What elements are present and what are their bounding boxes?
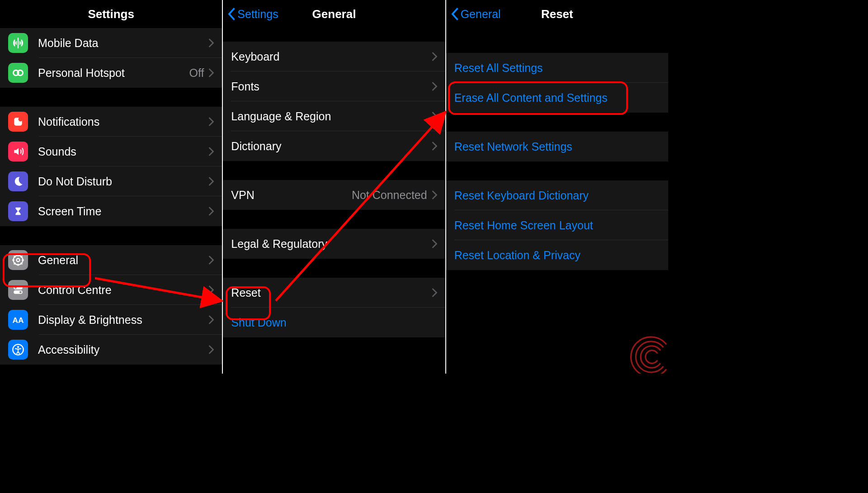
row-reset-keyboard[interactable]: Reset Keyboard Dictionary: [446, 180, 668, 210]
svg-point-3: [19, 117, 23, 122]
chevron-right-icon: [208, 177, 214, 186]
chevron-right-icon: [432, 190, 437, 199]
reset-label: Reset: [231, 286, 431, 299]
reset-title: Reset: [541, 7, 573, 21]
hotspot-label: Personal Hotspot: [38, 66, 189, 80]
reset-location-label: Reset Location & Privacy: [454, 249, 660, 262]
chevron-right-icon: [208, 68, 214, 77]
svg-point-15: [14, 287, 17, 289]
row-reset-location[interactable]: Reset Location & Privacy: [446, 240, 668, 270]
svg-point-17: [19, 291, 22, 293]
vpn-label: VPN: [231, 189, 352, 202]
chevron-right-icon: [208, 315, 214, 324]
reset-all-label: Reset All Settings: [454, 62, 660, 75]
mobile-data-label: Mobile Data: [38, 37, 208, 50]
chevron-right-icon: [432, 142, 437, 151]
moon-icon: [8, 171, 28, 191]
sounds-label: Sounds: [38, 145, 208, 158]
dictionary-label: Dictionary: [231, 140, 431, 153]
svg-point-20: [17, 346, 19, 348]
hotspot-status: Off: [189, 66, 204, 80]
row-mobile-data[interactable]: Mobile Data: [0, 28, 222, 58]
cellular-icon: [8, 33, 28, 53]
row-control-centre[interactable]: Control Centre: [0, 275, 222, 305]
erase-all-label: Erase All Content and Settings: [454, 91, 660, 104]
svg-point-5: [17, 259, 20, 262]
chevron-right-icon: [208, 147, 214, 156]
shutdown-label: Shut Down: [231, 316, 437, 329]
chevron-right-icon: [208, 207, 214, 216]
row-vpn[interactable]: VPN Not Connected: [223, 180, 445, 210]
legal-label: Legal & Regulatory: [231, 237, 431, 251]
language-label: Language & Region: [231, 110, 431, 123]
row-fonts[interactable]: Fonts: [223, 71, 445, 101]
notifications-icon: [8, 112, 28, 132]
display-icon: AA: [8, 310, 28, 330]
keyboard-label: Keyboard: [231, 50, 431, 63]
gear-icon: [8, 250, 28, 270]
back-to-settings[interactable]: Settings: [227, 8, 278, 21]
panel-reset: General Reset Reset All Settings Erase A…: [445, 0, 668, 374]
row-dictionary[interactable]: Dictionary: [223, 131, 445, 161]
row-legal[interactable]: Legal & Regulatory: [223, 229, 445, 259]
svg-text:AA: AA: [12, 316, 24, 325]
row-display[interactable]: AA Display & Brightness: [0, 305, 222, 335]
row-reset[interactable]: Reset: [223, 278, 445, 308]
sounds-icon: [8, 142, 28, 161]
row-reset-home[interactable]: Reset Home Screen Layout: [446, 210, 668, 240]
general-label: General: [38, 254, 208, 267]
row-language[interactable]: Language & Region: [223, 101, 445, 131]
row-dnd[interactable]: Do Not Disturb: [0, 166, 222, 196]
fonts-label: Fonts: [231, 80, 431, 93]
reset-network-label: Reset Network Settings: [454, 140, 660, 153]
reset-keyboard-label: Reset Keyboard Dictionary: [454, 189, 660, 202]
row-general[interactable]: General: [0, 245, 222, 275]
chevron-right-icon: [208, 285, 214, 294]
reset-header: General Reset: [446, 0, 668, 28]
panel-general: Settings General Keyboard Fonts Language…: [222, 0, 445, 374]
chevron-right-icon: [208, 38, 214, 47]
watermark-logo: [627, 332, 668, 374]
chevron-right-icon: [208, 256, 214, 265]
settings-header: Settings: [0, 0, 222, 28]
control-centre-label: Control Centre: [38, 284, 208, 297]
accessibility-icon: [8, 340, 28, 360]
row-screen-time[interactable]: Screen Time: [0, 196, 222, 226]
row-erase-all[interactable]: Erase All Content and Settings: [446, 83, 668, 113]
row-notifications[interactable]: Notifications: [0, 107, 222, 137]
row-reset-network[interactable]: Reset Network Settings: [446, 132, 668, 161]
back-to-general[interactable]: General: [451, 8, 501, 21]
settings-title: Settings: [88, 7, 134, 21]
control-centre-icon: [8, 280, 28, 300]
row-shutdown[interactable]: Shut Down: [223, 308, 445, 337]
row-accessibility[interactable]: Accessibility: [0, 335, 222, 365]
row-keyboard[interactable]: Keyboard: [223, 42, 445, 71]
display-label: Display & Brightness: [38, 313, 208, 327]
hourglass-icon: [8, 201, 28, 221]
back-settings-label: Settings: [237, 8, 278, 21]
row-reset-all[interactable]: Reset All Settings: [446, 53, 668, 83]
chevron-right-icon: [432, 288, 437, 297]
screentime-label: Screen Time: [38, 205, 208, 218]
general-title: General: [312, 7, 356, 21]
general-header: Settings General: [223, 0, 445, 28]
chevron-right-icon: [208, 117, 214, 126]
chevron-right-icon: [432, 112, 437, 121]
row-sounds[interactable]: Sounds: [0, 137, 222, 166]
dnd-label: Do Not Disturb: [38, 175, 208, 188]
notifications-label: Notifications: [38, 115, 208, 128]
chevron-right-icon: [432, 82, 437, 91]
chevron-right-icon: [432, 239, 437, 248]
chevron-right-icon: [208, 345, 214, 354]
reset-home-label: Reset Home Screen Layout: [454, 219, 660, 232]
vpn-status: Not Connected: [352, 189, 427, 202]
accessibility-label: Accessibility: [38, 343, 208, 356]
panel-settings: Settings Mobile Data Personal Hotspot Of…: [0, 0, 222, 374]
back-general-label: General: [461, 8, 501, 21]
row-personal-hotspot[interactable]: Personal Hotspot Off: [0, 58, 222, 88]
hotspot-icon: [8, 63, 28, 83]
chevron-right-icon: [432, 52, 437, 61]
